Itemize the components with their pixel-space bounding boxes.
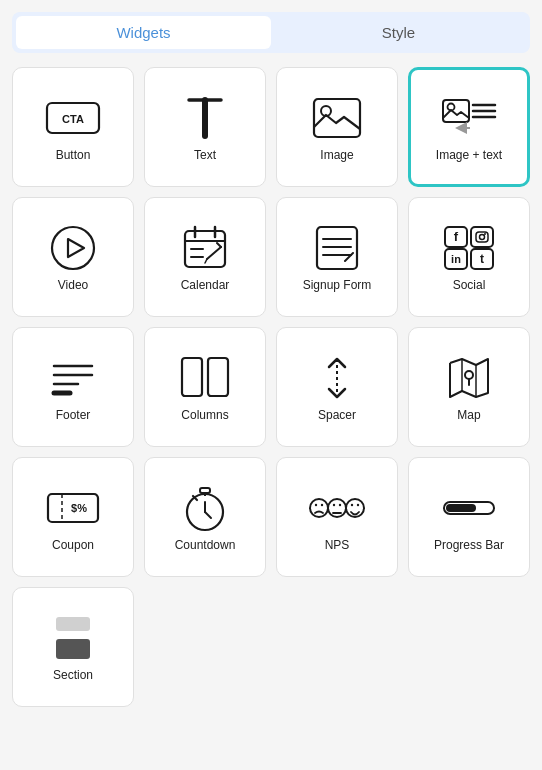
svg-rect-42: [182, 358, 202, 396]
svg-line-20: [207, 247, 221, 259]
calendar-icon: [177, 226, 233, 270]
svg-rect-4: [314, 99, 360, 137]
svg-point-32: [480, 235, 485, 240]
svg-text:f: f: [454, 229, 459, 244]
text-icon: [177, 96, 233, 140]
widget-section[interactable]: Section: [12, 587, 134, 707]
widget-image-text-label: Image + text: [436, 148, 502, 162]
tab-style[interactable]: Style: [271, 16, 526, 49]
signup-form-icon: [309, 226, 365, 270]
svg-rect-53: [200, 488, 210, 493]
svg-line-22: [217, 243, 221, 247]
svg-rect-71: [56, 639, 90, 659]
widget-section-label: Section: [53, 668, 93, 682]
widget-image[interactable]: Image: [276, 67, 398, 187]
progress-bar-icon: [441, 486, 497, 530]
widget-progress-bar-label: Progress Bar: [434, 538, 504, 552]
svg-text:CTA: CTA: [62, 113, 84, 125]
svg-point-61: [328, 499, 346, 517]
coupon-icon: $%: [45, 486, 101, 530]
svg-point-60: [321, 504, 323, 506]
svg-point-58: [310, 499, 328, 517]
svg-line-57: [205, 512, 211, 518]
svg-point-67: [357, 504, 359, 506]
tab-widgets[interactable]: Widgets: [16, 16, 271, 49]
widget-button-label: Button: [56, 148, 91, 162]
svg-rect-69: [446, 504, 476, 512]
svg-rect-31: [476, 232, 488, 242]
widget-coupon-label: Coupon: [52, 538, 94, 552]
widget-nps-label: NPS: [325, 538, 350, 552]
svg-point-59: [315, 504, 317, 506]
social-icon: f in t: [441, 226, 497, 270]
image-text-icon: [441, 96, 497, 140]
widget-signup-form-label: Signup Form: [303, 278, 372, 292]
columns-icon: [177, 356, 233, 400]
widget-spacer[interactable]: Spacer: [276, 327, 398, 447]
svg-rect-43: [208, 358, 228, 396]
widget-grid: CTA Button Text Image: [12, 67, 530, 707]
widget-countdown[interactable]: Countdown: [144, 457, 266, 577]
image-icon: [309, 96, 365, 140]
widget-text[interactable]: Text: [144, 67, 266, 187]
widget-social-label: Social: [453, 278, 486, 292]
svg-rect-70: [56, 617, 90, 631]
svg-text:$%: $%: [71, 502, 87, 514]
video-icon: [45, 226, 101, 270]
widget-image-label: Image: [320, 148, 353, 162]
widget-spacer-label: Spacer: [318, 408, 356, 422]
svg-rect-30: [471, 227, 493, 247]
svg-text:in: in: [451, 253, 461, 265]
widget-social[interactable]: f in t Social: [408, 197, 530, 317]
widget-calendar[interactable]: Calendar: [144, 197, 266, 317]
widget-progress-bar[interactable]: Progress Bar: [408, 457, 530, 577]
svg-point-63: [339, 504, 341, 506]
widget-map[interactable]: Map: [408, 327, 530, 447]
widget-nps[interactable]: NPS: [276, 457, 398, 577]
widget-coupon[interactable]: $% Coupon: [12, 457, 134, 577]
widget-video[interactable]: Video: [12, 197, 134, 317]
spacer-icon: [309, 356, 365, 400]
svg-point-12: [52, 227, 94, 269]
widget-text-label: Text: [194, 148, 216, 162]
button-icon: CTA: [45, 96, 101, 140]
widget-signup-form[interactable]: Signup Form: [276, 197, 398, 317]
widget-columns-label: Columns: [181, 408, 228, 422]
svg-rect-6: [443, 100, 469, 122]
svg-point-47: [465, 371, 473, 379]
widget-footer[interactable]: Footer: [12, 327, 134, 447]
widget-map-label: Map: [457, 408, 480, 422]
svg-line-21: [205, 259, 207, 263]
tab-bar: Widgets Style: [12, 12, 530, 53]
widget-columns[interactable]: Columns: [144, 327, 266, 447]
svg-point-62: [333, 504, 335, 506]
svg-point-33: [484, 233, 486, 235]
widget-video-label: Video: [58, 278, 88, 292]
widget-image-text[interactable]: Image + text: [408, 67, 530, 187]
nps-icon: [309, 486, 365, 530]
widget-calendar-label: Calendar: [181, 278, 230, 292]
map-icon: [441, 356, 497, 400]
svg-point-66: [351, 504, 353, 506]
widget-button[interactable]: CTA Button: [12, 67, 134, 187]
svg-marker-13: [68, 239, 84, 257]
svg-text:t: t: [480, 252, 484, 266]
section-icon: [45, 616, 101, 660]
countdown-icon: [177, 486, 233, 530]
widget-countdown-label: Countdown: [175, 538, 236, 552]
footer-icon: [45, 356, 101, 400]
widget-footer-label: Footer: [56, 408, 91, 422]
